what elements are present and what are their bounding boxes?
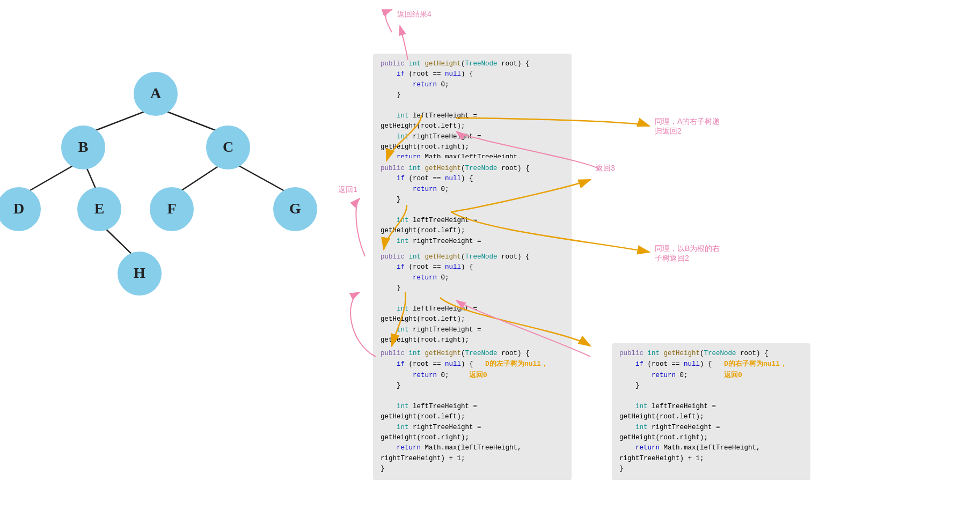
- cb5-line3: return 0; 返回0: [619, 370, 803, 381]
- svg-text:A: A: [150, 85, 162, 101]
- svg-text:B: B: [78, 138, 89, 155]
- cb5-line5: [619, 392, 803, 402]
- cb4-line3: return 0; 返回0: [381, 370, 564, 381]
- cb4-line2: if (root == null) { D的左子树为null，: [381, 359, 564, 370]
- svg-text:G: G: [289, 200, 301, 217]
- cb4-line1: public int getHeight(TreeNode root) {: [381, 349, 564, 359]
- cb1-line4: }: [381, 90, 564, 100]
- annotation-return3: 返回3: [596, 164, 615, 173]
- cb1-line5: [381, 101, 564, 111]
- cb5-line6: int leftTreeHeight = getHeight(root.left…: [619, 402, 803, 423]
- svg-text:D: D: [13, 200, 24, 217]
- cb4-line7: int rightTreeHeight = getHeight(root.rig…: [381, 423, 564, 444]
- code-block-4: public int getHeight(TreeNode root) { if…: [373, 343, 572, 480]
- cb2-line1: public int getHeight(TreeNode root) {: [381, 164, 564, 174]
- annotation-return4: 返回结果4: [397, 10, 432, 19]
- cb3-line2: if (root == null) {: [381, 262, 564, 272]
- svg-text:F: F: [167, 200, 176, 217]
- cb4-line5: [381, 392, 564, 402]
- code-area: public int getHeight(TreeNode root) { if…: [333, 0, 980, 524]
- cb3-line4: }: [381, 283, 564, 293]
- cb5-line1: public int getHeight(TreeNode root) {: [619, 349, 803, 359]
- tree-area: A B C D E F G H: [0, 0, 333, 524]
- cb1-line3: return 0;: [381, 80, 564, 90]
- cb3-line5: [381, 294, 564, 304]
- cb5-line4: }: [619, 381, 803, 391]
- cb5-line7: int rightTreeHeight = getHeight(root.rig…: [619, 423, 803, 444]
- svg-text:C: C: [223, 138, 233, 155]
- tree-svg: A B C D E F G H: [0, 0, 333, 524]
- cb4-line9: }: [381, 464, 564, 474]
- cb4-line4: }: [381, 381, 564, 391]
- cb1-line2: if (root == null) {: [381, 69, 564, 79]
- svg-text:E: E: [94, 200, 105, 217]
- cb2-line3: return 0;: [381, 184, 564, 195]
- cb2-line5: [381, 205, 564, 216]
- cb2-line2: if (root == null) {: [381, 174, 564, 184]
- cb5-line9: }: [619, 464, 803, 474]
- cb5-line2: if (root == null) { D的右子树为null，: [619, 359, 803, 370]
- cb4-line8: return Math.max(leftTreeHeight, rightTre…: [381, 443, 564, 464]
- cb3-line7: int rightTreeHeight = getHeight(root.rig…: [381, 325, 564, 346]
- cb1-line6: int leftTreeHeight = getHeight(root.left…: [381, 111, 564, 132]
- annotation-right-a: 同理，A的右子树递归返回2: [655, 117, 720, 136]
- cb3-line3: return 0;: [381, 273, 564, 283]
- cb2-line6: int leftTreeHeight = getHeight(root.left…: [381, 216, 564, 237]
- cb1-line1: public int getHeight(TreeNode root) {: [381, 59, 564, 69]
- annotation-return1: 返回1: [338, 185, 357, 195]
- code-block-5: public int getHeight(TreeNode root) { if…: [612, 343, 810, 480]
- cb3-line6: int leftTreeHeight = getHeight(root.left…: [381, 304, 564, 325]
- cb5-line8: return Math.max(leftTreeHeight, rightTre…: [619, 443, 803, 464]
- cb2-line4: }: [381, 195, 564, 205]
- cb4-line6: int leftTreeHeight = getHeight(root.left…: [381, 402, 564, 423]
- cb3-line1: public int getHeight(TreeNode root) {: [381, 252, 564, 262]
- cb1-line7: int rightTreeHeight = getHeight(root.rig…: [381, 132, 564, 153]
- svg-text:H: H: [134, 264, 145, 281]
- annotation-right-b: 同理，以B为根的右子树返回2: [655, 244, 720, 263]
